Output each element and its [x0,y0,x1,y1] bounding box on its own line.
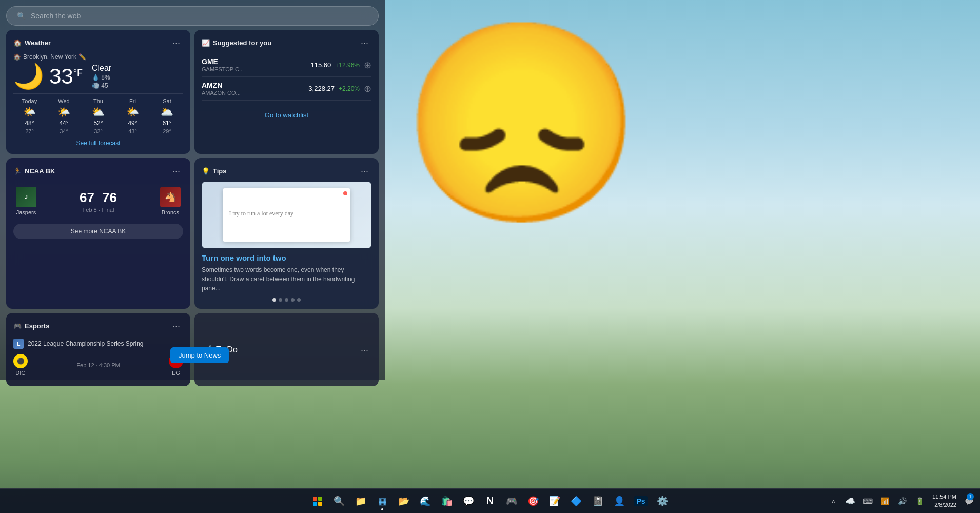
onedrive-button[interactable]: ☁️ [843,491,857,511]
edit-icon[interactable]: ✏️ [79,53,86,61]
ncaa-more-button[interactable]: ··· [169,165,183,176]
ncaa-title-row: 🏃 NCAA BK [13,167,55,175]
stock-gme-add-button[interactable]: ⊕ [364,60,371,71]
widgets-button[interactable]: ▦ [372,491,393,511]
tips-handwriting-text: I try to run a lot every day [229,210,344,220]
weather-card: 🏠 Weather ··· 🏠 Brooklyn, New York ✏️ 🌙 … [6,30,190,154]
jaspers-name: Jaspers [16,209,36,215]
score-away: 76 [102,190,117,205]
forecast-today: Today 🌤️ 48° 27° [13,98,46,134]
sticky-notes-icon: 📝 [549,496,560,507]
battery-button[interactable]: 🔋 [913,491,927,511]
settings-icon: ⚙️ [657,496,668,507]
notion-button[interactable]: N [480,491,500,511]
tips-title-row: 💡 Tips [202,167,227,175]
stocks-more-button[interactable]: ··· [358,37,371,48]
stock-amzn-add-button[interactable]: ⊕ [364,83,371,94]
tips-dot-5[interactable] [297,298,301,302]
win-q3 [313,502,317,506]
ncaa-title: NCAA BK [25,167,55,175]
stock-gme[interactable]: GME GAMESTOP C... 115.60 +12.96% ⊕ [202,53,371,77]
win-q1 [313,497,317,501]
widgets-icon: ▦ [378,496,387,507]
search-bar[interactable]: 🔍 Search the web [6,6,379,26]
todo-more-button[interactable]: ··· [358,344,371,356]
stock-amzn-change: +2.20% [339,85,360,92]
settings-button[interactable]: ⚙️ [652,491,673,511]
weather-precip: 💧 8% [92,74,110,81]
stock-gme-price: 115.60 [311,61,331,69]
edge-icon: 🌊 [420,496,431,507]
store-icon: 🛍️ [441,496,453,507]
taskbar-search-button[interactable]: 🔍 [329,491,349,511]
taskbar-center: 🔍 📁 ▦ 📂 🌊 🛍️ 💬 N 🎮 [307,491,673,511]
broncs-logo: 🐴 [160,187,181,207]
esports-title-row: 🎮 Esports [13,322,49,330]
onenote-icon: 📓 [592,496,603,507]
wifi-button[interactable]: 📶 [878,491,892,511]
system-tray-expand-button[interactable]: ∧ [828,491,840,511]
weather-forecast: Today 🌤️ 48° 27° Wed 🌤️ 44° 34° Thu ⛅ 52… [13,93,183,134]
go-to-watchlist-link[interactable]: Go to watchlist [202,106,371,119]
battery-icon: 🔋 [915,497,924,505]
store-button[interactable]: 🛍️ [437,491,457,511]
notification-button[interactable]: 💬 1 [962,491,976,511]
weather-wind: 💨 45 [92,82,110,89]
clock[interactable]: 11:54 PM 2/8/2022 [930,493,958,509]
widget-panel: 🔍 Search the web 🏠 Weather ··· 🏠 Brookly… [0,0,385,380]
tips-dot-4[interactable] [291,298,295,302]
tips-dot-1[interactable] [272,298,276,302]
esports-date: Feb 12 · 4:30 PM [76,362,120,368]
ncaa-card: 🏃 NCAA BK ··· J Jaspers 67 76 Feb 8 - Fi [6,158,190,309]
tips-dot-3[interactable] [285,298,288,302]
weather-title-row: 🏠 Weather [13,39,51,47]
photoshop-button[interactable]: Ps [631,491,651,511]
volume-button[interactable]: 🔊 [895,491,910,511]
see-full-forecast-link[interactable]: See full forecast [13,140,183,147]
stock-amzn-right: 3,228.27 +2.20% ⊕ [308,83,371,94]
file-explorer-button[interactable]: 📁 [350,491,371,511]
team-jaspers: J Jaspers [16,187,36,215]
chevron-up-icon: ∧ [831,498,836,505]
weather-emoji: 🌙 [13,64,44,89]
tips-dot-2[interactable] [279,298,282,302]
app1-button[interactable]: 🔷 [566,491,586,511]
edge-button[interactable]: 🌊 [415,491,436,511]
stock-amzn-info: AMZN AMAZON CO... [202,81,241,96]
people-button[interactable]: 👤 [609,491,630,511]
stocks-header: 📈 Suggested for you ··· [202,37,371,48]
home-icon: 🏠 [13,53,21,61]
stocks-title: Suggested for you [213,39,271,47]
taskbar: 🔍 📁 ▦ 📂 🌊 🛍️ 💬 N 🎮 [0,488,980,513]
esports-more-button[interactable]: ··· [169,320,183,331]
slack-button[interactable]: 💬 [458,491,479,511]
see-more-ncaa-button[interactable]: See more NCAA BK [13,224,183,239]
taskbar-right: ∧ ☁️ ⌨ 📶 🔊 🔋 11:54 PM 2/8/2022 💬 1 [828,491,976,511]
esports-event: L 2022 League Championship Series Spring [13,337,183,351]
stock-amzn[interactable]: AMZN AMAZON CO... 3,228.27 +2.20% ⊕ [202,77,371,101]
onenote-button[interactable]: 📓 [587,491,608,511]
weather-header: 🏠 Weather ··· [13,37,183,48]
weather-more-button[interactable]: ··· [169,37,183,48]
windows-logo [313,497,322,506]
stock-gme-right: 115.60 +12.96% ⊕ [311,60,371,71]
jump-to-news-button[interactable]: Jump to News [170,347,229,363]
stocks-icon: 📈 [202,39,210,47]
stocks-card: 📈 Suggested for you ··· GME GAMESTOP C..… [194,30,379,154]
tips-image: I try to run a lot every day [202,182,371,248]
esports-team-dig: ⚫ DIG [13,354,28,376]
esports-header: 🎮 Esports ··· [13,320,183,331]
game-bar-button[interactable]: 🎯 [523,491,543,511]
weather-icon: 🏠 [13,39,22,47]
score-home: 67 [80,190,94,205]
stock-gme-ticker: GME [202,57,244,66]
xbox-button[interactable]: 🎮 [501,491,522,511]
folder-button[interactable]: 📂 [394,491,414,511]
tips-more-button[interactable]: ··· [358,165,371,176]
sticky-notes-button[interactable]: 📝 [544,491,565,511]
start-button[interactable] [307,491,328,511]
game-bar-icon: 🎯 [527,496,539,507]
keyboard-button[interactable]: ⌨ [860,491,875,511]
tips-card: 💡 Tips ··· I try to run a lot every day … [194,158,379,309]
esports-icon: 🎮 [13,322,22,330]
